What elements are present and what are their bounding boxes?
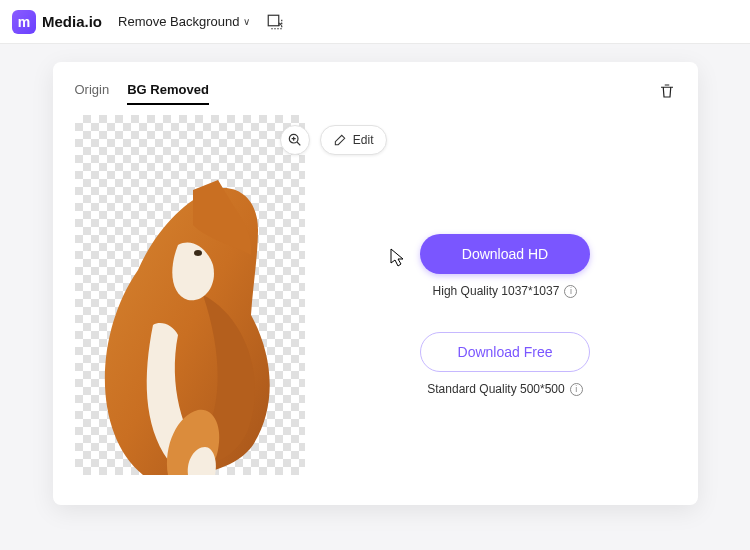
svg-rect-0 <box>269 15 280 26</box>
tab-bg-removed[interactable]: BG Removed <box>127 76 209 105</box>
result-image <box>83 175 293 475</box>
download-panel: Download HD High Quality 1037*1037 i Dow… <box>335 115 676 475</box>
logo[interactable]: m Media.io <box>12 10 102 34</box>
hd-quality-text: High Quality 1037*1037 <box>433 284 560 298</box>
main-panel: Origin BG Removed <box>53 62 698 505</box>
download-free-button[interactable]: Download Free <box>420 332 590 372</box>
chevron-down-icon: ∨ <box>243 16 250 27</box>
tool-dropdown[interactable]: Remove Background ∨ <box>118 14 250 29</box>
zoom-in-button[interactable] <box>280 125 310 155</box>
content-row: Edit Download HD High Quality 1037*1037 … <box>75 115 676 475</box>
download-hd-button[interactable]: Download HD <box>420 234 590 274</box>
free-quality-info: Standard Quality 500*500 i <box>427 382 582 396</box>
free-quality-text: Standard Quality 500*500 <box>427 382 564 396</box>
hd-quality-info: High Quality 1037*1037 i <box>433 284 578 298</box>
svg-point-1 <box>194 250 202 256</box>
info-icon[interactable]: i <box>570 383 583 396</box>
logo-badge: m <box>12 10 36 34</box>
info-icon[interactable]: i <box>564 285 577 298</box>
tool-name-label: Remove Background <box>118 14 239 29</box>
preview-wrap: Edit <box>75 115 305 475</box>
zoom-in-icon <box>287 132 303 148</box>
resize-icon[interactable] <box>266 13 284 31</box>
delete-button[interactable] <box>658 82 676 100</box>
tabs-bar: Origin BG Removed <box>75 76 676 105</box>
app-header: m Media.io Remove Background ∨ <box>0 0 750 44</box>
image-preview[interactable] <box>75 115 305 475</box>
site-name: Media.io <box>42 13 102 30</box>
edit-button[interactable]: Edit <box>320 125 387 155</box>
edit-icon <box>333 133 347 147</box>
edit-label: Edit <box>353 133 374 147</box>
tab-origin[interactable]: Origin <box>75 76 110 105</box>
preview-controls: Edit <box>280 125 387 155</box>
